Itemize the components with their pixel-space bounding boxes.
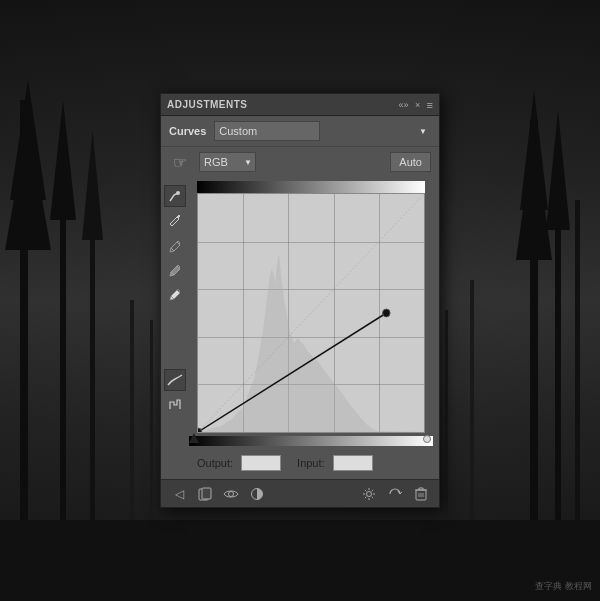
curve-mode-icon[interactable] (164, 369, 186, 391)
eyedropper-dark-icon[interactable] (164, 237, 186, 259)
svg-point-28 (367, 491, 372, 496)
svg-marker-9 (516, 130, 552, 260)
point-tool-icon[interactable] (164, 185, 186, 207)
input-value-input[interactable] (333, 455, 373, 471)
white-point-circle[interactable] (423, 435, 431, 443)
mask-icon[interactable] (247, 484, 267, 504)
svg-rect-25 (202, 488, 211, 499)
svg-line-21 (198, 313, 386, 432)
black-point-triangle[interactable] (189, 433, 199, 443)
channel-select[interactable]: RGB Red Green Blue (199, 152, 256, 172)
preset-select[interactable]: Custom Default Medium Contrast Strong Co… (214, 121, 320, 141)
main-area: Output: Input: (161, 177, 439, 479)
svg-point-22 (383, 309, 391, 317)
right-area: Output: Input: (189, 181, 439, 475)
pencil-tool-icon[interactable] (164, 209, 186, 231)
watermark: 查字典 教程网 (535, 580, 592, 593)
left-toolbar (161, 181, 189, 475)
output-input-row: Output: Input: (189, 451, 433, 475)
svg-point-26 (229, 491, 234, 496)
output-value-input[interactable] (241, 455, 281, 471)
delete-icon[interactable] (411, 484, 431, 504)
curves-preset-row: Curves Custom Default Medium Contrast St… (161, 116, 439, 147)
eyedropper-mid-icon[interactable] (164, 261, 186, 283)
svg-marker-2 (5, 120, 51, 250)
back-icon[interactable]: ◁ (169, 484, 189, 504)
input-label: Input: (297, 457, 325, 469)
panel-title: ADJUSTMENTS (167, 99, 248, 110)
eye-icon[interactable] (221, 484, 241, 504)
channel-select-wrapper: RGB Red Green Blue (199, 152, 256, 172)
close-button[interactable]: × (413, 100, 423, 110)
svg-marker-4 (50, 100, 76, 220)
eyedropper-light-icon[interactable] (164, 285, 186, 307)
svg-point-18 (176, 191, 180, 195)
svg-marker-6 (82, 130, 103, 240)
panel-menu-icon[interactable]: ≡ (427, 99, 433, 111)
auto-button[interactable]: Auto (390, 152, 431, 172)
refresh-icon[interactable] (385, 484, 405, 504)
page-icon[interactable] (195, 484, 215, 504)
output-gradient-bar (189, 436, 433, 446)
tool-row: ☞ RGB Red Green Blue Auto (161, 147, 439, 177)
output-label: Output: (197, 457, 233, 469)
output-gradient-wrapper (189, 433, 433, 449)
preset-select-wrapper: Custom Default Medium Contrast Strong Co… (214, 121, 431, 141)
curve-canvas[interactable] (197, 193, 425, 433)
curves-label: Curves (169, 125, 206, 137)
minimize-button[interactable]: «» (399, 100, 409, 110)
bottom-toolbar: ◁ (161, 479, 439, 507)
settings-icon[interactable] (359, 484, 379, 504)
svg-rect-17 (0, 520, 600, 601)
title-bar: ADJUSTMENTS «» × ≡ (161, 94, 439, 116)
adjustments-panel: ADJUSTMENTS «» × ≡ Curves Custom Default… (160, 93, 440, 508)
input-gradient-bar (197, 181, 425, 193)
svg-marker-11 (546, 110, 570, 230)
curve-line (198, 194, 424, 432)
hand-tool-icon[interactable]: ☞ (169, 151, 191, 173)
levels-mode-icon[interactable] (164, 393, 186, 415)
